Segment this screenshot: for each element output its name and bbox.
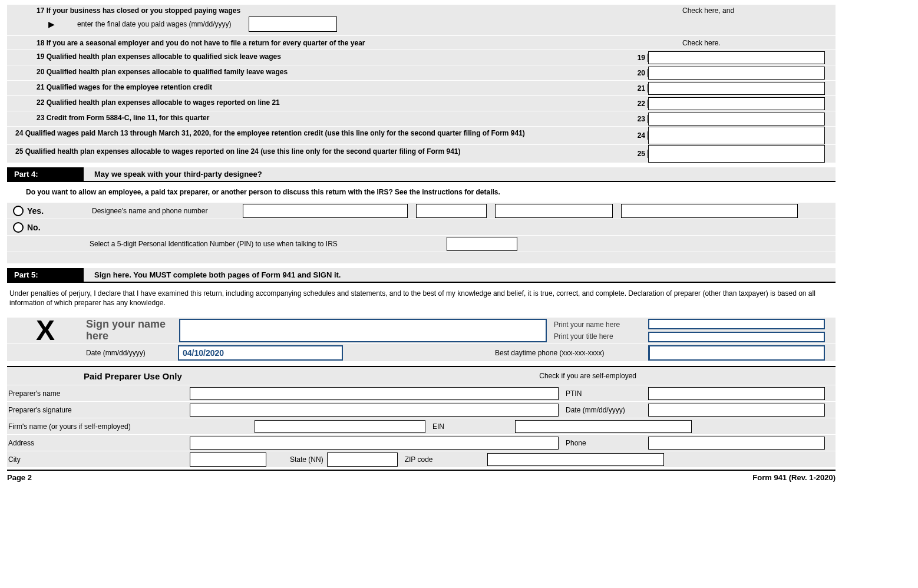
ein-label: EIN xyxy=(432,422,515,431)
no-label: No. xyxy=(27,223,41,232)
signature-input[interactable] xyxy=(179,319,547,342)
line-23-input[interactable] xyxy=(648,113,825,125)
pin-input[interactable] xyxy=(447,237,517,251)
form-revision: Form 941 (Rev. 1-2020) xyxy=(752,473,836,482)
pin-label: Select a 5-digit Personal Identification… xyxy=(90,240,447,248)
sign-your-name-label: Sign your name here xyxy=(84,318,178,343)
designee-name-label: Designee's name and phone number xyxy=(90,207,243,215)
part-5-header: Part 5: Sign here. You MUST complete bot… xyxy=(7,268,836,283)
line-17-date-input[interactable] xyxy=(249,16,337,32)
preparer-phone-input[interactable] xyxy=(648,437,825,450)
line-22: 22 Qualified health plan expenses alloca… xyxy=(7,95,836,111)
line-19-text: 19 Qualified health plan expenses alloca… xyxy=(7,50,632,65)
designee-phone-2[interactable] xyxy=(495,204,613,218)
line-19: 19 Qualified health plan expenses alloca… xyxy=(7,49,836,65)
preparer-signature-label: Preparer's signature xyxy=(7,406,190,414)
line-17: 17 If your business has closed or you st… xyxy=(7,5,836,16)
no-radio[interactable] xyxy=(13,222,24,233)
line-21-text: 21 Qualified wages for the employee rete… xyxy=(7,81,632,95)
ptin-input[interactable] xyxy=(648,387,825,400)
daytime-phone-input[interactable] xyxy=(648,345,825,361)
designee-no-row: No. xyxy=(7,219,836,235)
designee-yes-row: Yes. Designee's name and phone number xyxy=(7,202,836,219)
line-23-num: 23 xyxy=(632,115,648,123)
page-footer: Page 2 Form 941 (Rev. 1-2020) xyxy=(7,470,836,482)
part4-spacer xyxy=(7,252,836,263)
line-25: 25 Qualified health plan expenses alloca… xyxy=(7,144,836,163)
line-24: 24 Qualified wages paid March 13 through… xyxy=(7,126,836,144)
city-row: City State (NN) ZIP code xyxy=(7,451,836,467)
preparer-name-input[interactable] xyxy=(190,387,559,400)
paid-preparer-title: Paid Preparer Use Only xyxy=(7,371,539,381)
ein-input[interactable] xyxy=(515,420,692,433)
line-25-num: 25 xyxy=(632,150,648,158)
part-4-header: Part 4: May we speak with your third-par… xyxy=(7,167,836,182)
preparer-signature-input[interactable] xyxy=(190,404,559,417)
preparer-date-label: Date (mm/dd/yyyy) xyxy=(566,406,648,414)
firm-name-label: Firm's name (or yours if self-employed) xyxy=(7,422,255,431)
preparer-date-input[interactable] xyxy=(648,404,825,417)
paid-preparer-header: Paid Preparer Use Only Check if you are … xyxy=(7,366,836,385)
firm-name-row: Firm's name (or yours if self-employed) … xyxy=(7,418,836,434)
line-20: 20 Qualified health plan expenses alloca… xyxy=(7,65,836,80)
address-label: Address xyxy=(7,439,190,447)
state-input[interactable] xyxy=(327,452,398,467)
line-24-num: 24 xyxy=(632,131,648,140)
line-19-input[interactable] xyxy=(648,51,825,64)
signature-x-icon: X xyxy=(7,318,84,343)
part-5-label: Part 5: xyxy=(7,268,84,282)
line-17-sub: ▶ enter the final date you paid wages (m… xyxy=(7,16,836,35)
designee-phone-1[interactable] xyxy=(416,204,487,218)
state-label: State (NN) xyxy=(266,455,327,464)
pin-row: Select a 5-digit Personal Identification… xyxy=(7,235,836,252)
firm-name-input[interactable] xyxy=(255,420,425,433)
part-4-question: Do you want to allow an employee, a paid… xyxy=(7,182,836,202)
daytime-phone-label: Best daytime phone (xxx-xxx-xxxx) xyxy=(495,349,648,357)
part-4-label: Part 4: xyxy=(7,167,84,181)
sign-date-row: Date (mm/dd/yyyy) 04/10/2020 Best daytim… xyxy=(7,343,836,361)
part-5-title: Sign here. You MUST complete both pages … xyxy=(84,268,836,282)
zip-label: ZIP code xyxy=(405,455,487,464)
line-21-num: 21 xyxy=(632,84,648,93)
self-employed-label: Check if you are self-employed xyxy=(539,372,648,380)
line-25-input[interactable] xyxy=(648,145,825,163)
preparer-phone-label: Phone xyxy=(566,439,648,447)
designee-phone-3[interactable] xyxy=(621,204,798,218)
arrow-icon: ▶ xyxy=(48,19,55,29)
address-input[interactable] xyxy=(190,437,559,450)
sign-date-label: Date (mm/dd/yyyy) xyxy=(84,349,178,357)
line-21: 21 Qualified wages for the employee rete… xyxy=(7,80,836,95)
zip-input[interactable] xyxy=(487,453,664,466)
print-title-input[interactable] xyxy=(648,332,825,342)
page-number: Page 2 xyxy=(7,473,32,482)
form-941-page2: 17 If your business has closed or you st… xyxy=(7,5,836,482)
line-20-input[interactable] xyxy=(648,67,825,80)
sign-date-input[interactable]: 04/10/2020 xyxy=(178,345,343,361)
line-20-num: 20 xyxy=(632,69,648,77)
line-25-text: 25 Qualified health plan expenses alloca… xyxy=(7,145,632,163)
city-label: City xyxy=(7,455,190,464)
ptin-label: PTIN xyxy=(566,389,648,398)
line-18: 18 If you are a seasonal employer and yo… xyxy=(7,35,836,49)
line-17-check-label: Check here, and xyxy=(682,6,836,15)
part-4-title: May we speak with your third-party desig… xyxy=(84,167,836,181)
preparer-name-row: Preparer's name PTIN xyxy=(7,385,836,401)
line-23-text: 23 Credit from Form 5884-C, line 11, for… xyxy=(7,111,632,126)
line-22-input[interactable] xyxy=(648,97,825,110)
line-21-input[interactable] xyxy=(648,82,825,95)
preparer-name-label: Preparer's name xyxy=(7,389,190,398)
signature-area: X Sign your name here Print your name he… xyxy=(7,317,836,343)
line-18-text: 18 If you are a seasonal employer and yo… xyxy=(7,39,682,47)
line-19-num: 19 xyxy=(632,54,648,62)
line-17-subtext: enter the final date you paid wages (mm/… xyxy=(77,20,231,28)
city-input[interactable] xyxy=(190,452,266,467)
line-24-text: 24 Qualified wages paid March 13 through… xyxy=(7,127,632,144)
preparer-signature-row: Preparer's signature Date (mm/dd/yyyy) xyxy=(7,401,836,418)
address-row: Address Phone xyxy=(7,434,836,451)
line-24-input[interactable] xyxy=(648,127,825,144)
designee-name-input[interactable] xyxy=(243,204,408,218)
line-17-text: 17 If your business has closed or you st… xyxy=(7,5,682,16)
print-name-input[interactable] xyxy=(648,319,825,329)
yes-radio[interactable] xyxy=(13,206,24,216)
perjury-declaration: Under penalties of perjury, I declare th… xyxy=(7,283,836,313)
